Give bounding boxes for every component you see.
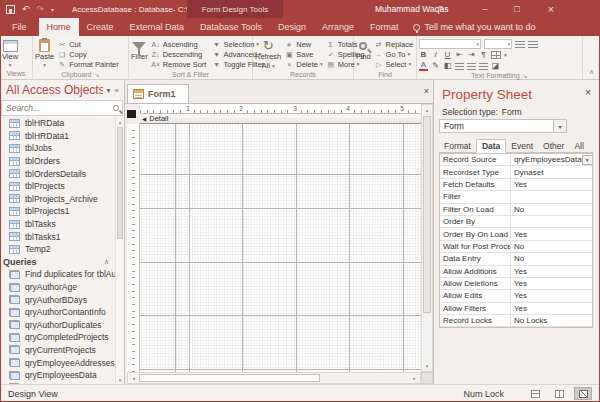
property-row[interactable]: Order By ▾ …	[440, 216, 592, 228]
refresh-all-button[interactable]: ↻ Refresh All ▾	[255, 37, 281, 70]
sort-filter-button[interactable]: A× Remove Sort	[151, 59, 209, 69]
property-tab[interactable]: Other	[538, 140, 569, 152]
align-left-icon[interactable]	[455, 63, 464, 70]
nav-item-query[interactable]: Find duplicates for tblAuthors	[0, 268, 115, 281]
nav-scroll-thumb[interactable]	[117, 127, 123, 239]
maximize-button[interactable]: □	[504, 0, 530, 18]
numbering-icon[interactable]	[528, 40, 538, 48]
scroll-left-icon[interactable]: ◂	[128, 373, 139, 383]
horizontal-scroll-thumb[interactable]	[139, 374, 320, 382]
property-row[interactable]: Data Entry No ▾ …	[440, 253, 592, 265]
object-selector-combo[interactable]: Form ▾	[439, 119, 567, 133]
underline-button[interactable]: U	[443, 51, 452, 59]
alternate-row-color-icon[interactable]: ◪	[491, 62, 500, 70]
layout-view-button[interactable]	[550, 387, 568, 400]
paste-button[interactable]: Paste ▾	[35, 37, 54, 68]
ribbon-tab[interactable]: Create	[79, 18, 122, 36]
close-button[interactable]: ×	[538, 0, 564, 18]
nav-item-query[interactable]: qryAuthorDuplicates	[0, 319, 115, 332]
undo-icon[interactable]: ↶	[22, 5, 30, 14]
property-tab[interactable]: All	[569, 140, 588, 152]
font-name-combo[interactable]: ▾	[419, 39, 481, 49]
horizontal-scrollbar[interactable]: ◂ ▸	[127, 372, 421, 384]
tell-me-box[interactable]: Tell me what you want to do	[413, 18, 536, 36]
property-row[interactable]: Fetch Defaults Yes ▾ …	[440, 179, 592, 191]
property-row[interactable]: Order By On Load Yes ▾ …	[440, 228, 592, 240]
find-small-button[interactable]: → Go To ▾	[374, 49, 416, 59]
dialog-launcher-icon[interactable]: ↘	[94, 71, 99, 78]
property-row[interactable]: Record Source qryEmployeesData ▾ …	[440, 154, 592, 166]
save-icon[interactable]	[6, 5, 15, 14]
bold-button[interactable]: B	[419, 51, 428, 59]
nav-shutter-icon[interactable]: «	[115, 86, 119, 95]
vertical-scrollbar[interactable]: ▴ ▾	[421, 104, 433, 372]
sort-filter-button[interactable]: A↓ Ascending	[151, 39, 209, 49]
search-icon[interactable]	[113, 105, 119, 111]
scroll-down-icon[interactable]: ▾	[422, 361, 432, 371]
nav-item-table[interactable]: tblProjects1	[0, 205, 115, 218]
property-row[interactable]: Filter On Load No ▾ …	[440, 204, 592, 216]
font-size-combo[interactable]: ▾	[484, 39, 512, 49]
align-right-icon[interactable]	[479, 63, 488, 70]
ribbon-tab[interactable]: External Data	[122, 18, 193, 36]
vertical-scroll-thumb[interactable]	[423, 116, 431, 313]
dialog-launcher-icon[interactable]: ↘	[523, 72, 528, 79]
nav-item-table[interactable]: tblProjects	[0, 180, 115, 193]
property-tab[interactable]: Format	[439, 140, 476, 152]
increase-indent-icon[interactable]: ⇥	[467, 51, 476, 59]
records-button[interactable]: × Delete ▾	[284, 59, 322, 69]
nav-item-table[interactable]: Temp2	[0, 243, 115, 256]
combo-arrow-icon[interactable]: ▾	[553, 120, 566, 132]
find-small-button[interactable]: ▷ Select ▾	[374, 59, 416, 69]
minimize-button[interactable]: –	[472, 0, 498, 18]
bullets-icon[interactable]	[515, 40, 525, 48]
property-tab[interactable]: Data	[476, 139, 506, 153]
decrease-indent-icon[interactable]: ⇤	[455, 51, 464, 59]
records-button[interactable]: ▣ Save	[284, 49, 322, 59]
property-row[interactable]: Allow Additions Yes ▾ …	[440, 266, 592, 278]
nav-item-table[interactable]: tblProjects_Archive	[0, 193, 115, 206]
nav-item-query[interactable]: qryCompletedProjects	[0, 331, 115, 344]
ribbon-tab[interactable]: Design	[270, 18, 314, 36]
nav-item-table[interactable]: tblTasks	[0, 218, 115, 231]
gridlines-icon[interactable]	[491, 51, 501, 59]
ribbon-tab[interactable]: Database Tools	[192, 18, 270, 36]
nav-item-table[interactable]: tblHRData	[0, 117, 115, 130]
close-object-icon[interactable]: ×	[424, 86, 429, 96]
combo-arrow-icon[interactable]: ▾	[582, 155, 592, 165]
nav-item-query[interactable]: qryEmployeesData	[0, 369, 115, 382]
ribbon-tab[interactable]: Arrange	[314, 18, 362, 36]
property-row[interactable]: Allow Deletions Yes ▾ …	[440, 278, 592, 290]
fill-color-icon[interactable]: ◧	[443, 62, 452, 70]
property-row[interactable]: Record Locks No Locks ▾ …	[440, 315, 592, 327]
nav-scrollbar[interactable]: ▴ ▾	[115, 117, 124, 384]
property-row[interactable]: Allow Filters Yes ▾ …	[440, 303, 592, 315]
ribbon-tab[interactable]: Format	[362, 18, 407, 36]
nav-item-table[interactable]: tblHRData1	[0, 130, 115, 143]
form-view-button[interactable]	[526, 387, 544, 400]
property-row[interactable]: Recordset Type Dynaset ▾ …	[440, 166, 592, 178]
group-collapse-icon[interactable]: ∧	[104, 258, 109, 266]
ribbon-tab[interactable]: Home	[39, 18, 79, 36]
redo-icon[interactable]: ↷	[37, 5, 45, 14]
filter-button[interactable]: Filter	[131, 37, 148, 62]
align-center-icon[interactable]	[467, 63, 476, 70]
vertical-ruler[interactable]	[127, 124, 140, 372]
scroll-down-icon[interactable]: ▾	[116, 375, 124, 384]
find-button[interactable]: Find	[356, 37, 371, 62]
clipboard-small-button[interactable]: ✎ Format Painter	[57, 59, 121, 69]
scroll-up-icon[interactable]: ▴	[116, 117, 124, 126]
property-row[interactable]: Filter ▾ …	[440, 191, 592, 203]
view-button[interactable]: View ▾	[2, 37, 18, 68]
highlight-color-icon[interactable]: ✎	[431, 62, 440, 70]
property-row[interactable]: Wait for Post Processing No ▾ …	[440, 241, 592, 253]
help-button[interactable]: ?	[438, 0, 443, 18]
ribbon-tab[interactable]: File	[0, 18, 39, 36]
design-view-button[interactable]	[574, 387, 592, 400]
nav-item-table[interactable]: tblTasks1	[0, 230, 115, 243]
detail-section-bar[interactable]: ◀ Detail	[140, 114, 421, 124]
nav-item-table[interactable]: tblOrders	[0, 155, 115, 168]
sort-filter-button[interactable]: Z↓ Descending	[151, 49, 209, 59]
clipboard-small-button[interactable]: ❏ Copy	[57, 49, 121, 59]
nav-item-query[interactable]: qryAuthorAge	[0, 281, 115, 294]
